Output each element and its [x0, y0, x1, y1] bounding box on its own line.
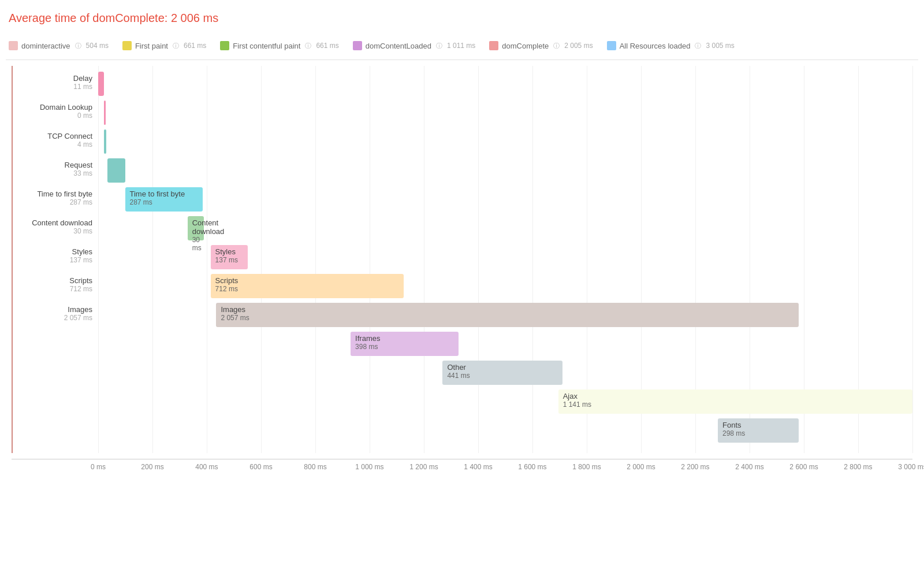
bar-rect-time-to-first-byte: Time to first byte 287 ms — [125, 187, 203, 212]
bar-rect-request — [107, 158, 125, 183]
bar-rect-delay — [98, 72, 104, 96]
legend-value-allresources: 3 005 ms — [706, 42, 734, 50]
bar-label-content-download: Content download 30 ms — [12, 218, 92, 235]
bar-label-time-to-first-byte: Time to first byte 287 ms — [12, 190, 92, 206]
legend-item-allresources: All Resources loaded ⓘ 3 005 ms — [607, 41, 735, 50]
grid-line — [912, 66, 913, 453]
bar-rect-tcp-connect — [104, 129, 106, 154]
grid-line — [370, 66, 370, 453]
x-tick: 1 200 ms — [409, 463, 438, 471]
bar-label-request: Request 33 ms — [12, 161, 92, 177]
grid-line — [152, 66, 153, 453]
x-axis: 0 ms200 ms400 ms600 ms800 ms1 000 ms1 20… — [12, 459, 912, 476]
bar-rect-other: Other 441 ms — [442, 361, 562, 385]
legend-value-domcontentloaded: 1 011 ms — [447, 42, 475, 50]
x-tick: 0 ms — [91, 463, 106, 471]
legend-value-firstpaint: 661 ms — [184, 42, 206, 50]
legend-value-dominteractive: 504 ms — [86, 42, 109, 50]
grid-line — [532, 66, 533, 453]
x-tick: 400 ms — [195, 463, 218, 471]
bar-rect-styles: Styles 137 ms — [211, 245, 248, 269]
x-tick: 3 000 ms — [898, 463, 924, 471]
legend-info-icon-domcomplete: ⓘ — [553, 42, 560, 50]
legend-label-firstcontentfulpaint: First contentful paint — [233, 42, 300, 50]
grid-line — [315, 66, 316, 453]
legend-info-icon-dominteractive: ⓘ — [75, 42, 81, 50]
legend-value-firstcontentfulpaint: 661 ms — [316, 42, 338, 50]
grid-line — [424, 66, 424, 453]
chart-area: Delay 11 ms Domain Lookup 0 ms TCP Conne… — [12, 66, 912, 476]
bar-label-delay: Delay 11 ms — [12, 74, 92, 91]
x-tick: 2 000 ms — [627, 463, 655, 471]
legend-value-domcomplete: 2 005 ms — [564, 42, 593, 50]
bar-rect-content-download: Content download 30 ms — [188, 216, 204, 240]
grid-line — [261, 66, 262, 453]
bar-label-images: Images 2 057 ms — [12, 305, 92, 322]
legend-item-firstcontentfulpaint: First contentful paint ⓘ 661 ms — [220, 41, 338, 50]
milestone-line — [12, 66, 13, 453]
legend-label-dominteractive: dominteractive — [21, 42, 70, 50]
x-tick: 800 ms — [304, 463, 326, 471]
waterfall-chart: Delay 11 ms Domain Lookup 0 ms TCP Conne… — [12, 66, 912, 453]
legend-item-domcontentloaded: domContentLoaded ⓘ 1 011 ms — [353, 41, 476, 50]
bar-label-scripts: Scripts 712 ms — [12, 276, 92, 293]
bar-rect-iframes: Iframes 398 ms — [351, 332, 459, 356]
x-tick: 200 ms — [141, 463, 163, 471]
x-tick: 2 800 ms — [844, 463, 872, 471]
x-tick: 2 400 ms — [735, 463, 763, 471]
legend-color-firstcontentfulpaint — [220, 41, 229, 50]
bar-rect-domain-lookup — [104, 101, 106, 125]
legend: dominteractive ⓘ 504 ms First paint ⓘ 66… — [6, 36, 918, 60]
legend-label-firstpaint: First paint — [135, 42, 168, 50]
legend-color-domcontentloaded — [353, 41, 362, 50]
page: Average time of domComplete: 2 006 ms do… — [0, 0, 924, 575]
legend-label-domcomplete: domComplete — [502, 42, 549, 50]
grid-line — [478, 66, 479, 453]
x-tick: 1 000 ms — [355, 463, 383, 471]
bar-rect-images: Images 2 057 ms — [216, 303, 798, 327]
legend-label-domcontentloaded: domContentLoaded — [366, 42, 431, 50]
bar-label-styles: Styles 137 ms — [12, 247, 92, 264]
title-prefix: Average time of domComplete: — [9, 12, 167, 24]
grid-line — [207, 66, 207, 453]
title-value: 2 006 ms — [171, 12, 218, 24]
bar-rect-scripts: Scripts 712 ms — [211, 274, 404, 298]
x-tick: 1 600 ms — [518, 463, 546, 471]
legend-color-allresources — [607, 41, 616, 50]
x-tick: 2 200 ms — [681, 463, 709, 471]
legend-item-firstpaint: First paint ⓘ 661 ms — [122, 41, 206, 50]
legend-info-icon-allresources: ⓘ — [695, 42, 701, 50]
bar-rect-ajax: Ajax 1 141 ms — [558, 389, 912, 414]
x-tick: 1 800 ms — [572, 463, 601, 471]
page-title: Average time of domComplete: 2 006 ms — [6, 12, 918, 25]
legend-item-domcomplete: domComplete ⓘ 2 005 ms — [489, 41, 593, 50]
legend-info-icon-domcontentloaded: ⓘ — [436, 42, 442, 50]
legend-info-icon-firstpaint: ⓘ — [173, 42, 179, 50]
x-tick: 600 ms — [249, 463, 272, 471]
legend-color-firstpaint — [122, 41, 132, 50]
bar-rect-fonts: Fonts 298 ms — [718, 418, 799, 443]
legend-info-icon-firstcontentfulpaint: ⓘ — [305, 42, 311, 50]
grid-line — [98, 66, 99, 453]
legend-color-domcomplete — [489, 41, 498, 50]
bar-label-domain-lookup: Domain Lookup 0 ms — [12, 103, 92, 120]
x-tick: 2 600 ms — [789, 463, 818, 471]
legend-label-allresources: All Resources loaded — [620, 42, 691, 50]
legend-color-dominteractive — [9, 41, 18, 50]
legend-item-dominteractive: dominteractive ⓘ 504 ms — [9, 41, 109, 50]
bar-label-tcp-connect: TCP Connect 4 ms — [12, 132, 92, 149]
x-tick: 1 400 ms — [464, 463, 492, 471]
